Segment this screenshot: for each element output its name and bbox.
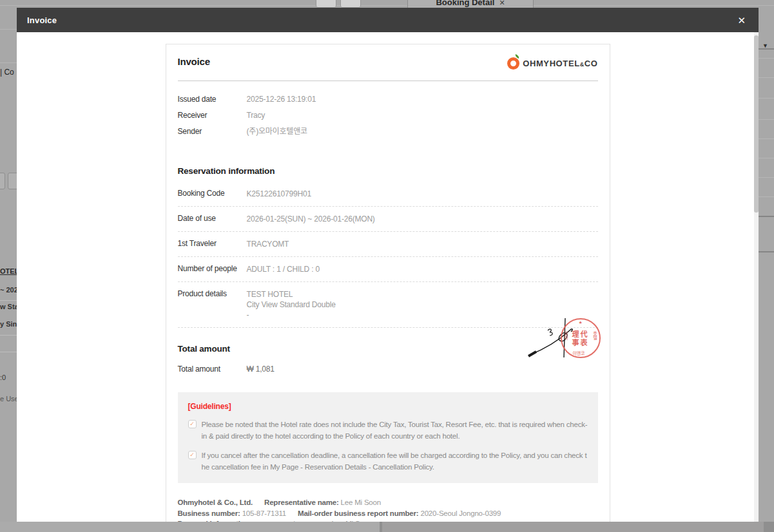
total-amount-row: Total amount ₩ 1,081	[178, 365, 598, 374]
issue-row: Sender (주)오마이호텔앤코	[178, 124, 598, 140]
field-label: Booking Code	[178, 189, 247, 199]
bg-divider	[0, 352, 17, 352]
product-room-type: City View Standard Double	[247, 299, 336, 310]
bg-text-fragment: e Use	[0, 395, 17, 403]
orange-logo-icon	[507, 57, 519, 70]
bg-text-fragment: w Star	[0, 303, 17, 310]
company-line: Ohmyhotel & Co., Ltd.Representative name…	[178, 497, 598, 508]
bg-divider	[759, 58, 774, 59]
modal-body: Invoice OHMYHOTEL&CO Issued date 2025-12…	[17, 32, 759, 522]
bg-link-fragment[interactable]: OTEL	[0, 267, 17, 275]
brand-logo: OHMYHOTEL&CO	[507, 57, 597, 70]
bg-divider	[0, 29, 17, 30]
guideline-item: ✓ If you cancel after the cancellation d…	[188, 450, 588, 473]
guidelines-box: [Guidelines] ✓ Please be noted that the …	[178, 392, 598, 483]
table-row: 1st Traveler TRACYOMT	[178, 232, 598, 257]
bg-text-fragment: :0	[0, 374, 17, 381]
field-value: TEST HOTEL City View Standard Double -	[247, 289, 336, 320]
table-row: Number of people ADULT : 1 / CHILD : 0	[178, 257, 598, 282]
bg-text-fragment: y Sing	[0, 320, 17, 328]
field-label: Product details	[178, 289, 247, 320]
bg-text-fragment: | Co	[0, 68, 17, 77]
bg-divider	[759, 98, 774, 99]
total-amount-value: ₩ 1,081	[247, 365, 275, 374]
guideline-item: ✓ Please be noted that the Hotel rate do…	[188, 419, 588, 442]
company-line: Personal information management manager:…	[178, 518, 598, 522]
modal-header: Invoice ✕	[17, 8, 759, 32]
bg-scrollbar-corner	[764, 522, 774, 532]
field-value: ADULT : 1 / CHILD : 0	[247, 264, 320, 274]
product-extra: -	[247, 310, 336, 320]
product-hotel-name: TEST HOTEL	[247, 289, 336, 299]
field-value: TRACYOMT	[247, 239, 289, 249]
bg-divider	[759, 177, 774, 178]
field-label: Receiver	[178, 108, 247, 124]
field-value: 2025-12-26 13:19:01	[247, 91, 316, 108]
invoice-modal: Invoice ✕ Invoice OHMYHOTEL&CO Issued da…	[17, 8, 759, 522]
invoice-document: Invoice OHMYHOTEL&CO Issued date 2025-12…	[166, 44, 610, 522]
bg-divider	[759, 196, 774, 197]
brand-name: OHMYHOTEL&CO	[523, 59, 597, 68]
bg-divider	[0, 62, 17, 63]
field-label: 1st Traveler	[178, 239, 247, 249]
bg-divider	[0, 5, 774, 6]
tab-label: Booking Detail	[436, 0, 494, 7]
bg-button-fragment	[0, 173, 5, 189]
bg-divider	[759, 216, 774, 217]
dropdown-arrow-icon[interactable]: ▼	[762, 43, 768, 49]
field-label: Issued date	[178, 91, 247, 108]
field-label: Sender	[178, 124, 247, 140]
company-info: Ohmyhotel & Co., Ltd.Representative name…	[178, 497, 598, 522]
reservation-heading: Reservation information	[178, 166, 598, 176]
guidelines-heading: [Guidelines]	[188, 402, 588, 411]
tab-close-icon[interactable]: ✕	[499, 0, 505, 6]
modal-title: Invoice	[27, 15, 57, 25]
field-value: (주)오마이호텔앤코	[247, 124, 307, 140]
modal-scrollbar-thumb[interactable]	[754, 35, 759, 213]
issue-row: Issued date 2025-12-26 13:19:01	[178, 91, 598, 108]
bg-divider	[759, 119, 774, 120]
bg-divider	[0, 335, 17, 336]
guideline-text: If you cancel after the cancellation dea…	[202, 450, 588, 473]
bg-button-fragment	[340, 0, 361, 8]
modal-scrollbar[interactable]	[754, 32, 759, 522]
field-value: 2026-01-25(SUN) ~ 2026-01-26(MON)	[247, 214, 375, 224]
bg-text-fragment: ~ 202	[0, 286, 17, 294]
stamp-and-signature: ★ 오마 호텔 이앤코 理代 事表	[525, 316, 601, 363]
table-row: Booking Code K25122610799H01	[178, 182, 598, 207]
field-value: K25122610799H01	[247, 189, 311, 199]
bg-divider	[0, 300, 17, 301]
company-line: Business number: 105-87-71311Mail-order …	[178, 508, 598, 519]
checkbox-checked-icon[interactable]: ✓	[188, 420, 197, 428]
checkbox-checked-icon[interactable]: ✓	[188, 451, 197, 459]
bg-button-fragment	[316, 0, 336, 8]
bg-scrollbar-thumb[interactable]	[380, 522, 764, 532]
reservation-table: Booking Code K25122610799H01 Date of use…	[178, 182, 598, 328]
tab-booking-detail[interactable]: Booking Detail✕	[407, 0, 534, 8]
field-label: Number of people	[178, 264, 247, 274]
guideline-text: Please be noted that the Hotel rate does…	[202, 419, 588, 442]
invoice-title: Invoice	[178, 56, 210, 68]
company-seal-icon: ★ 오마 호텔 이앤코 理代 事表	[561, 318, 601, 358]
issue-info: Issued date 2025-12-26 13:19:01 Receiver…	[178, 91, 598, 140]
table-row: Date of use 2026-01-25(SUN) ~ 2026-01-26…	[178, 207, 598, 232]
issue-row: Receiver Tracy	[178, 108, 598, 124]
bg-horizontal-scrollbar[interactable]	[0, 522, 774, 532]
title-divider	[178, 81, 598, 81]
bg-divider	[759, 77, 774, 78]
field-value: Tracy	[247, 108, 266, 124]
bg-divider	[759, 138, 774, 139]
company-name: Ohmyhotel & Co., Ltd.	[178, 499, 253, 506]
field-label: Total amount	[178, 365, 247, 374]
close-icon[interactable]: ✕	[737, 15, 746, 25]
bg-divider	[759, 158, 774, 158]
bg-divider	[759, 251, 774, 252]
field-label: Date of use	[178, 214, 247, 224]
